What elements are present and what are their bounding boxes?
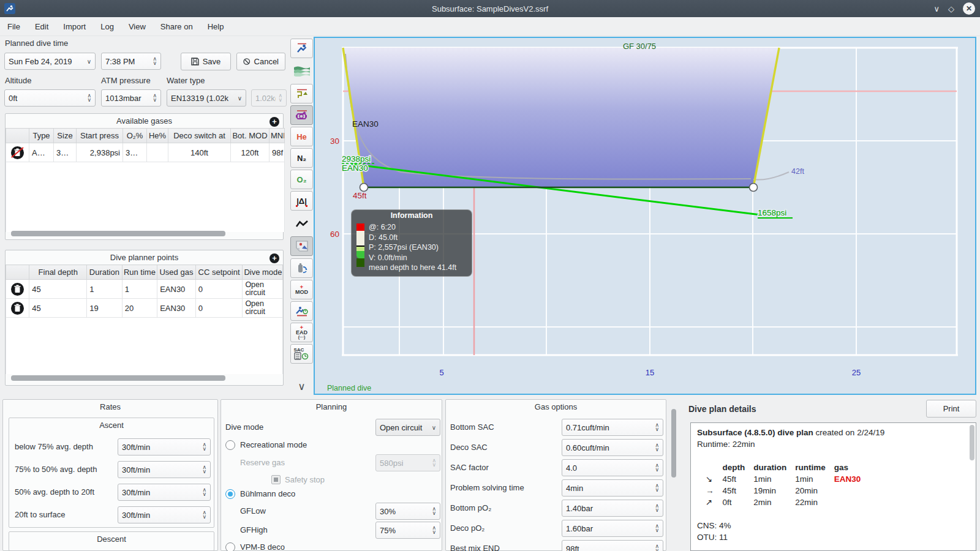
water-type-combobox[interactable]: EN13319 (1.02k ∨	[167, 89, 246, 107]
add-point-button[interactable]: +	[270, 253, 279, 263]
menu-edit[interactable]: Edit	[28, 20, 56, 34]
cell-cc-setpoint[interactable]: 0	[195, 299, 243, 318]
sac-toggle-button[interactable]: SAC	[290, 344, 313, 364]
dive-profile-chart[interactable]: GF 30/75 EAN30 2938psi EAN30 30 60 45ft …	[314, 37, 976, 395]
dive-time-spinbox[interactable]: 7:38 PM ∧∨	[101, 53, 161, 70]
dive-date-combobox[interactable]: Sun Feb 24, 2019 ∨	[4, 53, 96, 70]
cell-run-time[interactable]: 1	[122, 280, 157, 299]
col-o2[interactable]: O₂%	[123, 129, 147, 143]
deco-sac-spinbox[interactable]: 0.60cuft/min∧∨	[562, 439, 663, 456]
delete-point-icon[interactable]	[11, 283, 24, 296]
mean-depth-delta-button[interactable]: |Δ|	[290, 191, 313, 211]
cell-duration[interactable]: 1	[87, 280, 123, 299]
gases-horizontal-scrollbar[interactable]	[11, 231, 225, 236]
mod-toggle-button[interactable]: +MOD	[290, 280, 313, 299]
bottom-sac-spinbox[interactable]: 0.71cuft/min∧∨	[562, 419, 663, 436]
spinner-arrows-icon[interactable]: ∧∨	[153, 57, 157, 66]
cell-final-depth[interactable]: 45	[29, 280, 87, 299]
pp-n2-toggle-button[interactable]: N₂	[290, 148, 313, 168]
menu-help[interactable]: Help	[200, 20, 232, 34]
cancel-button[interactable]: Cancel	[236, 53, 285, 70]
cell-o2[interactable]: 3…	[123, 143, 147, 162]
cell-type[interactable]: A…	[29, 143, 54, 162]
heart-rate-toggle-button[interactable]	[290, 214, 313, 234]
save-button[interactable]: Save	[181, 53, 231, 70]
dive-plan-notes[interactable]: Subsurface (4.8.5.0) dive plan created o…	[690, 422, 976, 551]
cell-duration[interactable]: 19	[87, 299, 123, 318]
col-bot-mod[interactable]: Bot. MOD	[231, 129, 270, 143]
vpmb-deco-radio[interactable]	[225, 542, 235, 551]
cell-dive-mode[interactable]: Open circuit	[243, 299, 283, 318]
salinity-water-button[interactable]	[290, 61, 313, 81]
menu-log[interactable]: Log	[93, 20, 121, 34]
col-final-depth[interactable]: Final depth	[29, 265, 87, 280]
best-mix-end-spinbox[interactable]: 98ft∧∨	[562, 540, 663, 551]
cell-used-gas[interactable]: EAN30	[157, 299, 196, 318]
problem-solving-time-spinbox[interactable]: 4min∧∨	[562, 479, 663, 497]
title-bar[interactable]: Subsurface: SampleDivesV2.ssrf ∨ ◇ ✕	[0, 0, 980, 17]
delete-gas-icon[interactable]	[11, 146, 24, 159]
col-cc-setpoint[interactable]: CC setpoint	[195, 265, 243, 280]
dc-reported-ceiling-button[interactable]	[290, 105, 313, 125]
add-gas-button[interactable]: +	[270, 117, 279, 127]
points-horizontal-scrollbar[interactable]	[11, 375, 225, 381]
rate-spinbox-20ft-surface[interactable]: 30ft/min∧∨	[118, 506, 211, 523]
gas-change-button[interactable]	[290, 258, 313, 278]
planner-handle[interactable]	[360, 184, 368, 192]
pp-he-toggle-button[interactable]: He	[290, 127, 313, 146]
menu-view[interactable]: View	[121, 20, 153, 34]
cell-size[interactable]: 3…	[54, 143, 77, 162]
buhlmann-deco-radio[interactable]	[225, 489, 235, 499]
planner-handle[interactable]	[750, 184, 758, 192]
toolbar-scroll-down-button[interactable]: ∨	[290, 377, 313, 396]
cell-run-time[interactable]: 20	[122, 299, 157, 318]
show-photos-button[interactable]	[290, 236, 313, 256]
menu-import[interactable]: Import	[56, 20, 93, 34]
cell-he[interactable]	[147, 143, 168, 162]
altitude-spinbox[interactable]: 0ft ∧∨	[4, 89, 96, 107]
cell-bot-mod[interactable]: 120ft	[231, 143, 270, 162]
maximize-icon[interactable]: ◇	[948, 5, 954, 13]
rate-spinbox-50to20ft[interactable]: 30ft/min∧∨	[118, 484, 211, 501]
col-used-gas[interactable]: Used gas	[157, 265, 196, 280]
ndl-toggle-button[interactable]	[290, 301, 313, 321]
col-dive-mode[interactable]: Dive mode	[243, 265, 283, 280]
sac-factor-spinbox[interactable]: 4.0∧∨	[562, 459, 663, 476]
print-button[interactable]: Print	[926, 400, 976, 418]
bottom-panel-scrollbar[interactable]	[671, 409, 676, 478]
dive-mode-combobox[interactable]: Open circuit∨	[375, 419, 440, 436]
gflow-spinbox[interactable]: 30%∧∨	[375, 503, 440, 520]
rate-spinbox-75to50[interactable]: 30ft/min∧∨	[118, 461, 211, 478]
close-icon[interactable]: ✕	[963, 2, 975, 15]
ceiling-toggle-button[interactable]	[290, 84, 313, 103]
rate-spinbox-below75[interactable]: 30ft/min∧∨	[118, 438, 211, 455]
bottom-po2-spinbox[interactable]: 1.40bar∧∨	[562, 500, 663, 517]
col-he[interactable]: He%	[147, 129, 168, 143]
minimize-icon[interactable]: ∨	[933, 5, 940, 13]
deco-po2-spinbox[interactable]: 1.60bar∧∨	[562, 520, 663, 537]
cell-start-press[interactable]: 2,938psi	[77, 143, 123, 162]
delete-point-icon[interactable]	[11, 302, 24, 315]
col-size[interactable]: Size	[54, 129, 77, 143]
col-duration[interactable]: Duration	[87, 265, 123, 280]
gfhigh-spinbox[interactable]: 75%∧∨	[375, 522, 440, 539]
ead-toggle-button[interactable]: +EAD(···)	[290, 323, 313, 342]
atm-pressure-spinbox[interactable]: 1013mbar ∧∨	[101, 89, 161, 107]
col-deco-switch[interactable]: Deco switch at	[168, 129, 231, 143]
profile-dive-mode-button[interactable]	[290, 39, 313, 58]
cell-dive-mode[interactable]: Open circuit	[243, 280, 283, 299]
col-start-press[interactable]: Start press	[77, 129, 123, 143]
col-run-time[interactable]: Run time	[122, 265, 157, 280]
menu-file[interactable]: File	[0, 20, 28, 34]
pp-o2-toggle-button[interactable]: O₂	[290, 170, 313, 189]
menu-share-on[interactable]: Share on	[153, 20, 200, 34]
col-mnd[interactable]: MND	[270, 129, 285, 143]
cell-deco-switch[interactable]: 140ft	[168, 143, 231, 162]
cell-mnd[interactable]: 98f	[270, 143, 285, 162]
cell-used-gas[interactable]: EAN30	[157, 280, 196, 299]
cell-cc-setpoint[interactable]: 0	[195, 280, 243, 299]
col-type[interactable]: Type	[29, 129, 54, 143]
plan-notes-scrollbar[interactable]	[970, 425, 974, 460]
cell-final-depth[interactable]: 45	[29, 299, 87, 318]
recreational-mode-radio[interactable]	[225, 440, 235, 450]
